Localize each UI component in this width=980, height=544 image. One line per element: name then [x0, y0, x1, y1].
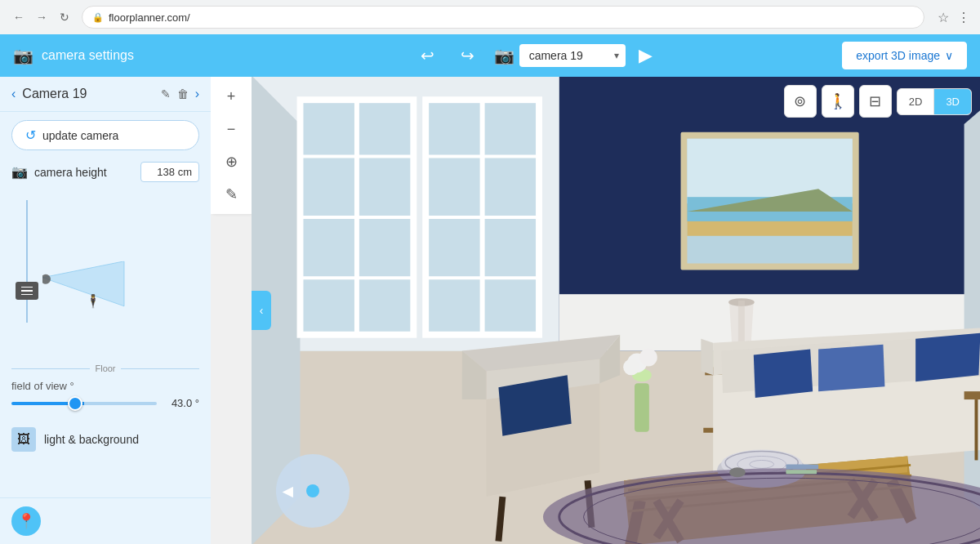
fov-section: field of view ° 43.0 ° [11, 380, 199, 409]
floor-label: Floor [11, 363, 199, 373]
add-tool-button[interactable]: + [216, 82, 246, 111]
pencil-tool-button[interactable]: ✎ [216, 180, 246, 209]
export-3d-button[interactable]: export 3D image ∨ [842, 42, 967, 69]
camera-dropdown-wrapper: camera 19 ▾ [519, 44, 626, 67]
2d-mode-button[interactable]: 2D [898, 89, 934, 114]
navigation-circle: ◀ [276, 454, 350, 528]
topbar-title: camera settings [42, 48, 134, 63]
camera-select-area: 📷 camera 19 ▾ [494, 44, 626, 67]
update-camera-label: update camera [42, 129, 118, 142]
back-button[interactable]: ← [10, 8, 28, 26]
redo-button[interactable]: ↪ [454, 42, 481, 69]
camera-name-label: Camera 19 [22, 87, 154, 101]
camera-delete-button[interactable]: 🗑 [177, 87, 189, 100]
settings-control-button[interactable]: ⊟ [859, 85, 892, 118]
light-bg-label: light & background [44, 433, 139, 446]
svg-point-37 [639, 349, 657, 367]
browser-menu-icon[interactable]: ⋮ [957, 10, 970, 25]
minus-tool-button[interactable]: − [216, 114, 246, 144]
browser-toolbar: ← → ↻ 🔒 floorplanner.com/ ☆ ⋮ [0, 0, 980, 34]
app-container: 📷 camera settings ↩ ↪ 📷 camera 19 ▾ ▶ ex… [0, 34, 980, 544]
lock-icon: 🔒 [92, 12, 104, 23]
svg-marker-0 [42, 261, 124, 306]
play-button[interactable]: ▶ [639, 45, 653, 66]
refresh-icon: ↺ [25, 127, 36, 143]
url-text: floorplanner.com/ [109, 11, 190, 24]
light-bg-icon: 🖼 [11, 427, 36, 452]
canvas-toolbar-left: + − ⊕ ✎ [211, 77, 252, 214]
nav-left-arrow[interactable]: ◀ [283, 484, 292, 499]
topbar-right: export 3D image ∨ [842, 42, 967, 69]
svg-marker-49 [701, 339, 713, 376]
svg-marker-7 [964, 77, 980, 544]
svg-point-83 [729, 467, 746, 477]
topbar-center: ↩ ↪ 📷 camera 19 ▾ ▶ [224, 42, 842, 69]
camera-height-icon: 📷 [11, 164, 28, 180]
camera-height-thumb[interactable] [16, 282, 38, 300]
export-arrow-icon: ∨ [945, 49, 953, 62]
fov-label: field of view ° [11, 380, 199, 392]
camera-height-input[interactable] [140, 162, 199, 182]
topbar-left: 📷 camera settings [13, 46, 224, 65]
slider-visual: 🕴 [11, 192, 199, 355]
camera-prev-button[interactable]: ‹ [11, 87, 16, 101]
slider-vertical-line [26, 200, 28, 323]
thumb-line-1 [21, 287, 33, 288]
svg-rect-81 [786, 464, 818, 469]
bookmark-icon[interactable]: ☆ [938, 10, 949, 25]
walk-control-button[interactable]: 🚶 [822, 85, 854, 118]
camera-select[interactable]: camera 19 [519, 44, 626, 67]
room-scene-svg [252, 77, 980, 544]
3d-scene [252, 77, 980, 544]
svg-marker-53 [754, 350, 813, 398]
camera-edit-button[interactable]: ✎ [161, 87, 171, 100]
update-camera-button[interactable]: ↺ update camera [11, 120, 199, 150]
location-icon: 📍 [17, 512, 35, 530]
person-icon: 🕴 [85, 293, 101, 309]
address-bar[interactable]: 🔒 floorplanner.com/ [82, 6, 924, 29]
export-label: export 3D image [856, 49, 940, 62]
walk-icon: 🚶 [829, 92, 847, 110]
browser-nav-buttons: ← → ↻ [10, 8, 74, 26]
sidebar-collapse-button[interactable]: ‹ [252, 291, 271, 330]
camera-height-label: camera height [34, 166, 134, 179]
3d-mode-button[interactable]: 3D [934, 89, 971, 114]
svg-rect-22 [687, 139, 852, 203]
forward-button[interactable]: → [33, 8, 51, 26]
canvas-area: + − ⊕ ✎ ‹ [211, 77, 980, 544]
svg-rect-57 [974, 399, 978, 460]
sidebar: ‹ Camera 19 ✎ 🗑 › ↺ update camera 📷 came… [0, 77, 211, 544]
camera-next-button[interactable]: › [195, 87, 199, 101]
svg-rect-82 [786, 470, 817, 474]
fov-slider-row: 43.0 ° [11, 397, 199, 409]
orbit-control-button[interactable]: ⊚ [784, 85, 817, 118]
orbit-icon: ⊚ [794, 92, 806, 110]
target-tool-button[interactable]: ⊕ [216, 147, 246, 176]
light-background-button[interactable]: 🖼 light & background [11, 421, 199, 458]
camera-settings-icon: 📷 [13, 46, 33, 65]
location-button[interactable]: 📍 [11, 506, 41, 536]
thumb-line-2 [21, 290, 33, 292]
undo-button[interactable]: ↩ [414, 42, 441, 69]
nav-center-dot [306, 484, 319, 497]
sidebar-content: ↺ update camera 📷 camera height [0, 112, 211, 497]
view-controls: ⊚ 🚶 ⊟ 2D 3D [784, 85, 972, 118]
main-area: ‹ Camera 19 ✎ 🗑 › ↺ update camera 📷 came… [0, 77, 980, 544]
view-mode-toggle: 2D 3D [897, 88, 972, 115]
camera-height-row: 📷 camera height [11, 162, 199, 182]
svg-line-44 [498, 497, 502, 542]
camera-slider-area: 🕴 [11, 192, 199, 355]
fov-slider[interactable] [11, 402, 157, 405]
thumb-line-3 [21, 294, 33, 296]
svg-marker-55 [818, 345, 884, 392]
app-topbar: 📷 camera settings ↩ ↪ 📷 camera 19 ▾ ▶ ex… [0, 34, 980, 77]
svg-point-38 [623, 359, 639, 375]
svg-rect-34 [635, 383, 649, 431]
settings-icon: ⊟ [869, 92, 881, 110]
refresh-button[interactable]: ↻ [56, 8, 74, 26]
svg-marker-54 [915, 333, 980, 381]
svg-rect-56 [964, 391, 980, 399]
nav-circle-inner[interactable]: ◀ [276, 454, 350, 528]
camera-nav: ‹ Camera 19 ✎ 🗑 › [0, 77, 211, 112]
camera-capture-icon: 📷 [494, 46, 514, 65]
